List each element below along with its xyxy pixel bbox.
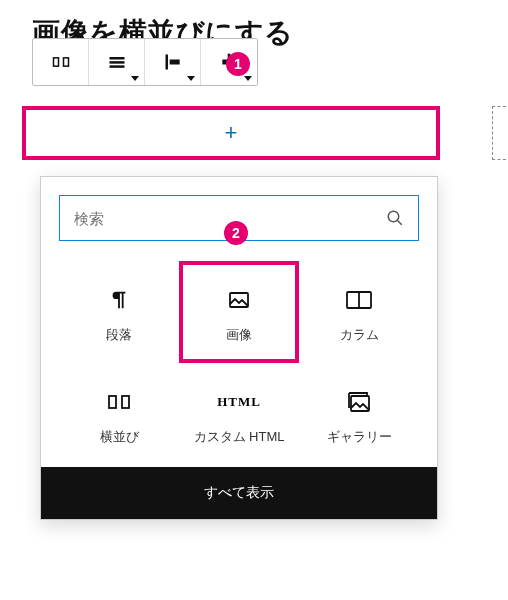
show-all-button[interactable]: すべて表示 <box>41 467 437 519</box>
dashed-placeholder <box>492 106 506 160</box>
block-grid: 段落 画像 カラム 横並び <box>59 261 419 465</box>
block-image[interactable]: 画像 <box>179 261 299 363</box>
svg-point-9 <box>388 211 399 222</box>
toolbar-row-icon[interactable] <box>33 39 89 85</box>
image-icon <box>227 280 251 320</box>
annotation-callout-2: 2 <box>224 221 248 245</box>
svg-rect-2 <box>109 57 124 60</box>
svg-rect-11 <box>230 293 248 307</box>
block-label: 横並び <box>100 428 139 446</box>
block-columns[interactable]: カラム <box>299 261 419 363</box>
svg-rect-0 <box>53 58 58 66</box>
add-block-button[interactable]: + <box>22 106 440 160</box>
paragraph-icon <box>108 280 130 320</box>
block-label: カスタム HTML <box>194 428 285 446</box>
plus-icon: + <box>225 120 238 146</box>
svg-rect-16 <box>351 396 369 411</box>
row-icon <box>107 382 131 422</box>
svg-rect-14 <box>109 396 116 408</box>
toolbar-justify-icon[interactable] <box>89 39 145 85</box>
block-custom-html[interactable]: HTML カスタム HTML <box>179 363 299 465</box>
block-paragraph[interactable]: 段落 <box>59 261 179 363</box>
columns-icon <box>346 280 372 320</box>
html-icon: HTML <box>217 382 261 422</box>
chevron-down-icon <box>244 76 252 81</box>
block-gallery[interactable]: ギャラリー <box>299 363 419 465</box>
svg-rect-15 <box>122 396 129 408</box>
svg-rect-3 <box>109 61 124 64</box>
search-icon <box>386 209 404 227</box>
annotation-callout-1: 1 <box>226 52 250 76</box>
chevron-down-icon <box>131 76 139 81</box>
block-label: カラム <box>340 326 379 344</box>
gallery-icon <box>346 382 372 422</box>
block-label: ギャラリー <box>327 428 392 446</box>
svg-rect-1 <box>63 58 68 66</box>
svg-rect-4 <box>109 65 124 68</box>
block-label: 画像 <box>226 326 252 344</box>
svg-rect-6 <box>169 60 179 65</box>
svg-rect-5 <box>165 55 168 70</box>
chevron-down-icon <box>187 76 195 81</box>
toolbar-align-left-icon[interactable] <box>145 39 201 85</box>
block-row[interactable]: 横並び <box>59 363 179 465</box>
block-label: 段落 <box>106 326 132 344</box>
block-toolbar <box>32 38 258 86</box>
svg-line-10 <box>397 220 402 225</box>
